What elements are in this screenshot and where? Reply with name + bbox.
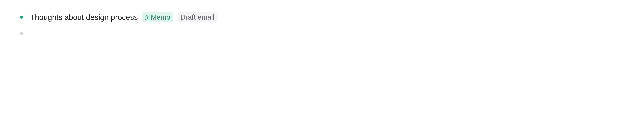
tag-draft-email[interactable]: Draft email <box>178 12 218 22</box>
item-title: Thoughts about design process <box>30 13 138 22</box>
list-item[interactable]: Thoughts about design process # Memo Dra… <box>20 12 218 22</box>
bullet-icon-grey <box>20 32 23 35</box>
list-item-empty[interactable] <box>20 32 23 35</box>
tag-memo[interactable]: # Memo <box>142 12 174 22</box>
bullet-icon-green <box>20 16 23 19</box>
